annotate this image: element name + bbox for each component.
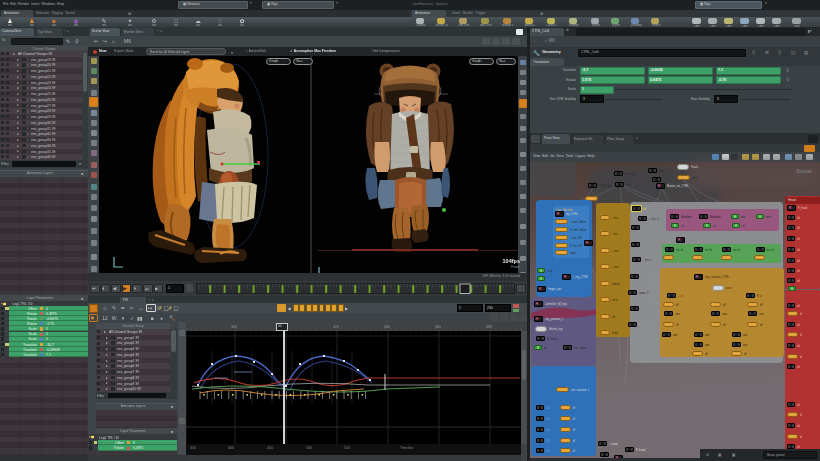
svg-text:480: 480 [486,325,492,329]
svg-text:380: 380 [231,325,237,329]
svg-text:440: 440 [384,325,390,329]
svg-text:420: 420 [333,325,339,329]
svg-text:460: 460 [435,325,441,329]
